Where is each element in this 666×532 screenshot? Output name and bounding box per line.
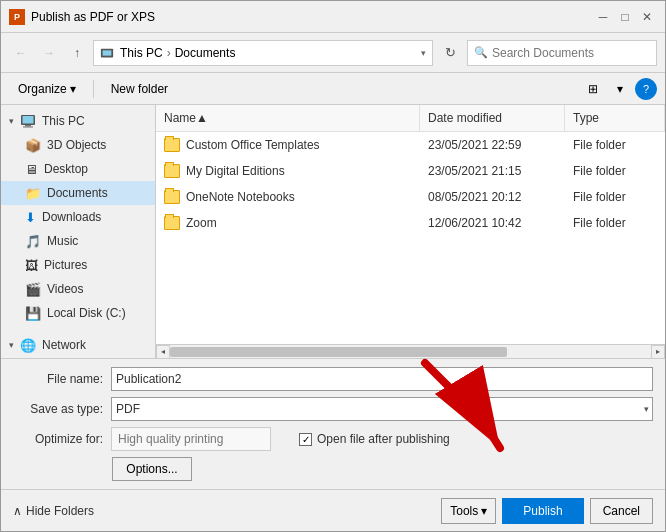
file-date-cell: 08/05/2021 20:12 <box>420 187 565 207</box>
breadcrumb-part1: This PC <box>120 46 163 60</box>
file-list-container: Name ▲ Date modified Type Custom Office … <box>156 105 665 358</box>
optimize-input[interactable] <box>111 427 271 451</box>
sidebar-item-this-pc[interactable]: ▾ This PC <box>1 109 155 133</box>
sidebar-label-videos: Videos <box>47 282 83 296</box>
file-name-cell: My Digital Editions <box>156 161 420 181</box>
tools-arrow: ▾ <box>481 504 487 518</box>
sidebar-label-this-pc: This PC <box>42 114 85 128</box>
sort-arrow: ▲ <box>196 111 208 125</box>
column-header-date[interactable]: Date modified <box>420 105 565 131</box>
title-bar: P Publish as PDF or XPS ─ □ ✕ <box>1 1 665 33</box>
col-name-label: Name <box>164 111 196 125</box>
desktop-icon: 🖥 <box>25 162 38 177</box>
breadcrumb-this-pc <box>100 45 116 60</box>
3d-objects-icon: 📦 <box>25 138 41 153</box>
sidebar-label-pictures: Pictures <box>44 258 87 272</box>
col-type-label: Type <box>573 111 599 125</box>
sidebar-item-network[interactable]: ▾ 🌐 Network <box>1 333 155 357</box>
file-name: Zoom <box>186 216 217 230</box>
file-list: Name ▲ Date modified Type Custom Office … <box>156 105 665 344</box>
help-button[interactable]: ? <box>635 78 657 100</box>
open-after-label: Open file after publishing <box>317 432 450 446</box>
sidebar-label-downloads: Downloads <box>42 210 101 224</box>
view-button[interactable]: ⊞ <box>581 78 605 100</box>
sidebar-item-music[interactable]: 🎵 Music <box>1 229 155 253</box>
organize-button[interactable]: Organize ▾ <box>9 78 85 100</box>
search-input[interactable] <box>492 46 650 60</box>
optimize-row: Optimize for: ✓ Open file after publishi… <box>13 427 653 451</box>
scroll-track[interactable] <box>170 345 651 359</box>
column-header-name[interactable]: Name ▲ <box>156 105 420 131</box>
network-icon: 🌐 <box>20 338 36 353</box>
sidebar-item-pictures[interactable]: 🖼 Pictures <box>1 253 155 277</box>
scroll-left-button[interactable]: ◂ <box>156 345 170 359</box>
sidebar-item-videos[interactable]: 🎬 Videos <box>1 277 155 301</box>
file-type-cell: File folder <box>565 161 665 181</box>
folder-icon <box>164 164 180 178</box>
local-disk-icon: 💾 <box>25 306 41 321</box>
savetype-select-wrapper: PDF XPS ▾ <box>111 397 653 421</box>
new-folder-button[interactable]: New folder <box>102 78 177 100</box>
options-button[interactable]: Options... <box>112 457 192 481</box>
up-button[interactable]: ↑ <box>65 41 89 65</box>
search-icon: 🔍 <box>474 46 488 59</box>
refresh-button[interactable]: ↻ <box>437 40 463 66</box>
title-bar-left: P Publish as PDF or XPS <box>9 9 155 25</box>
savetype-select[interactable]: PDF XPS <box>111 397 653 421</box>
file-row[interactable]: My Digital Editions 23/05/2021 21:15 Fil… <box>156 158 665 184</box>
sidebar-label-network: Network <box>42 338 86 352</box>
music-icon: 🎵 <box>25 234 41 249</box>
open-after-checkbox[interactable]: ✓ <box>299 433 312 446</box>
optimize-label: Optimize for: <box>17 432 103 446</box>
organize-label: Organize <box>18 82 67 96</box>
hide-folders-toggle[interactable]: ∧ Hide Folders <box>13 504 94 518</box>
scroll-thumb[interactable] <box>170 347 507 357</box>
expand-arrow-this-pc: ▾ <box>9 116 14 126</box>
view-icon: ⊞ <box>588 82 598 96</box>
form-area: File name: Save as type: PDF XPS ▾ Optim… <box>1 359 665 489</box>
file-row[interactable]: OneNote Notebooks 08/05/2021 20:12 File … <box>156 184 665 210</box>
scroll-right-button[interactable]: ▸ <box>651 345 665 359</box>
sidebar-label-music: Music <box>47 234 78 248</box>
tools-label: Tools <box>450 504 478 518</box>
file-date-cell: 23/05/2021 21:15 <box>420 161 565 181</box>
filename-input[interactable] <box>111 367 653 391</box>
downloads-icon: ⬇ <box>25 210 36 225</box>
search-box[interactable]: 🔍 <box>467 40 657 66</box>
col-date-label: Date modified <box>428 111 502 125</box>
savetype-label: Save as type: <box>13 402 103 416</box>
cancel-button[interactable]: Cancel <box>590 498 653 524</box>
horizontal-scrollbar[interactable]: ◂ ▸ <box>156 344 665 358</box>
breadcrumb-dropdown-arrow: ▾ <box>421 48 426 58</box>
sidebar-item-local-disk[interactable]: 💾 Local Disk (C:) <box>1 301 155 325</box>
options-row: Options... <box>13 457 653 481</box>
tools-button[interactable]: Tools ▾ <box>441 498 496 524</box>
computer-icon <box>20 114 36 128</box>
sidebar-label-local-disk: Local Disk (C:) <box>47 306 126 320</box>
forward-button[interactable]: → <box>37 41 61 65</box>
title-bar-controls: ─ □ ✕ <box>593 7 657 27</box>
column-header-type[interactable]: Type <box>565 105 665 131</box>
close-button[interactable]: ✕ <box>637 7 657 27</box>
breadcrumb[interactable]: This PC › Documents ▾ <box>93 40 433 66</box>
minimize-button[interactable]: ─ <box>593 7 613 27</box>
sidebar-item-downloads[interactable]: ⬇ Downloads <box>1 205 155 229</box>
back-button[interactable]: ← <box>9 41 33 65</box>
hide-folders-icon: ∧ <box>13 504 22 518</box>
file-row[interactable]: Zoom 12/06/2021 10:42 File folder <box>156 210 665 236</box>
sidebar-item-3d-objects[interactable]: 📦 3D Objects <box>1 133 155 157</box>
sidebar-item-desktop[interactable]: 🖥 Desktop <box>1 157 155 181</box>
publish-button[interactable]: Publish <box>502 498 583 524</box>
file-name: My Digital Editions <box>186 164 285 178</box>
footer: ∧ Hide Folders Tools ▾ Publish Cancel <box>1 489 665 531</box>
file-type-cell: File folder <box>565 213 665 233</box>
svg-rect-1 <box>103 50 112 55</box>
file-date-cell: 12/06/2021 10:42 <box>420 213 565 233</box>
file-row[interactable]: Custom Office Templates 23/05/2021 22:59… <box>156 132 665 158</box>
sidebar-item-documents[interactable]: 📁 Documents <box>1 181 155 205</box>
view-dropdown-button[interactable]: ▾ <box>608 78 632 100</box>
app-icon: P <box>9 9 25 25</box>
organize-arrow: ▾ <box>70 82 76 96</box>
sidebar-label-3d-objects: 3D Objects <box>47 138 106 152</box>
maximize-button[interactable]: □ <box>615 7 635 27</box>
